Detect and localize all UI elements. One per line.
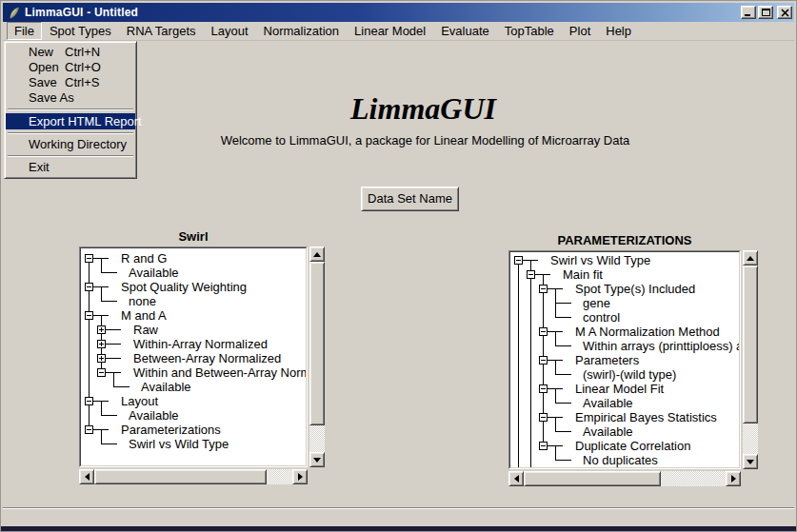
tree-node-label[interactable]: M A Normalization Method xyxy=(575,325,720,339)
tree-row[interactable]: Duplicate Correlation xyxy=(510,439,740,453)
scrollbar-track[interactable] xyxy=(524,471,726,486)
tree-node-label[interactable]: Spot Type(s) Included xyxy=(575,282,695,296)
scrollbar-track[interactable] xyxy=(94,469,292,484)
collapse-box-icon[interactable] xyxy=(85,311,93,320)
tree-node-label[interactable]: (swirl)-(wild type) xyxy=(583,367,676,382)
parameterizations-horizontal-scrollbar[interactable] xyxy=(508,471,741,486)
tree-row[interactable]: Within and Between-Array Norm xyxy=(81,365,307,380)
tree-node-label[interactable]: Between-Array Normalized xyxy=(133,351,281,365)
tree-row[interactable]: none xyxy=(81,294,307,308)
tree-row[interactable]: M A Normalization Method xyxy=(510,325,740,339)
scrollbar-thumb[interactable] xyxy=(524,471,661,486)
tree-row[interactable]: Available xyxy=(510,396,740,410)
collapse-box-icon[interactable] xyxy=(85,283,93,291)
menu-file[interactable]: File xyxy=(7,22,42,40)
tree-row[interactable]: Spot Quality Weighting xyxy=(81,280,307,294)
tree-row[interactable]: (swirl)-(wild type) xyxy=(510,367,740,382)
tree-row[interactable]: M and A xyxy=(81,308,307,323)
swirl-horizontal-scrollbar[interactable] xyxy=(79,469,308,484)
file-menu-item-exit[interactable]: Exit xyxy=(6,160,135,175)
tree-node-label[interactable]: R and G xyxy=(121,251,167,266)
scrollbar-thumb[interactable] xyxy=(309,262,325,425)
expand-box-icon[interactable] xyxy=(97,354,106,363)
tree-row[interactable]: Empirical Bayes Statistics xyxy=(510,410,740,424)
parameterizations-tree[interactable]: Swirl vs Wild TypeMain fitSpot Type(s) I… xyxy=(509,251,740,468)
collapse-box-icon[interactable] xyxy=(85,397,93,405)
menu-help[interactable]: Help xyxy=(598,22,639,40)
tree-node-label[interactable]: Parameters xyxy=(575,353,639,367)
collapse-box-icon[interactable] xyxy=(97,368,106,377)
tree-node-label[interactable]: none xyxy=(129,294,156,308)
menu-evaluate[interactable]: Evaluate xyxy=(433,22,497,40)
close-button[interactable] xyxy=(777,6,792,19)
data-set-name-button[interactable]: Data Set Name xyxy=(361,187,459,211)
tree-row[interactable]: Within-Array Normalized xyxy=(81,337,307,351)
menu-normalization[interactable]: Normalization xyxy=(256,22,347,40)
scrollbar-thumb[interactable] xyxy=(743,266,758,424)
swirl-vertical-scrollbar[interactable] xyxy=(309,246,325,467)
menu-layout[interactable]: Layout xyxy=(204,22,256,40)
swirl-tree[interactable]: R and GAvailableSpot Quality Weightingno… xyxy=(80,247,307,466)
tree-row[interactable]: Swirl vs Wild Type xyxy=(81,437,307,451)
collapse-box-icon[interactable] xyxy=(527,270,535,279)
tree-node-label[interactable]: Available xyxy=(583,396,633,410)
tree-row[interactable]: Available xyxy=(81,380,307,394)
tree-node-label[interactable]: No duplicates xyxy=(583,453,658,467)
tree-row[interactable]: gene xyxy=(510,296,740,310)
scrollbar-track[interactable] xyxy=(743,266,758,454)
scroll-down-button[interactable] xyxy=(309,452,325,467)
maximize-button[interactable] xyxy=(758,6,773,19)
tree-node-label[interactable]: M and A xyxy=(121,308,167,323)
collapse-box-icon[interactable] xyxy=(514,256,523,265)
tree-node-label[interactable]: Available xyxy=(129,266,179,280)
tree-node-label[interactable]: Within arrays (printtiploess) a xyxy=(583,339,740,353)
tree-node-label[interactable]: Swirl vs Wild Type xyxy=(129,437,229,451)
scroll-right-button[interactable] xyxy=(726,471,741,486)
tree-node-label[interactable]: Swirl vs Wild Type xyxy=(550,253,650,267)
scrollbar-track[interactable] xyxy=(309,262,325,452)
file-menu-item-save-as[interactable]: Save As xyxy=(6,90,135,106)
file-menu-item-working-directory[interactable]: Working Directory xyxy=(6,137,135,152)
tree-node-label[interactable]: Layout xyxy=(121,394,158,408)
tree-row[interactable]: Parameterizations xyxy=(81,423,307,437)
tree-node-label[interactable]: Raw xyxy=(133,323,158,337)
tree-node-label[interactable]: Empirical Bayes Statistics xyxy=(575,410,717,424)
tree-row[interactable]: Spot Type(s) Included xyxy=(510,282,740,296)
file-menu-item-open[interactable]: OpenCtrl+O xyxy=(6,60,135,75)
menu-plot[interactable]: Plot xyxy=(562,22,598,40)
collapse-box-icon[interactable] xyxy=(539,285,548,293)
tree-row[interactable]: Layout xyxy=(81,394,307,408)
collapse-box-icon[interactable] xyxy=(539,356,548,365)
tree-node-label[interactable]: Parameterizations xyxy=(121,423,221,437)
scroll-down-button[interactable] xyxy=(743,454,758,469)
file-menu-item-new[interactable]: NewCtrl+N xyxy=(6,45,135,60)
tree-node-label[interactable]: control xyxy=(583,310,620,325)
menu-toptable[interactable]: TopTable xyxy=(497,22,562,40)
menu-spot-types[interactable]: Spot Types xyxy=(42,22,119,40)
menu-linear-model[interactable]: Linear Model xyxy=(347,22,433,40)
collapse-box-icon[interactable] xyxy=(539,442,548,450)
expand-box-icon[interactable] xyxy=(97,325,106,334)
tree-row[interactable]: control xyxy=(510,310,740,325)
tree-row[interactable]: Available xyxy=(510,424,740,439)
tree-node-label[interactable]: gene xyxy=(583,296,610,310)
scroll-right-button[interactable] xyxy=(292,469,308,484)
collapse-box-icon[interactable] xyxy=(85,425,93,434)
tree-row[interactable]: Linear Model Fit xyxy=(510,382,740,396)
tree-row[interactable]: R and G xyxy=(81,251,307,266)
expand-box-icon[interactable] xyxy=(97,340,106,348)
tree-node-label[interactable]: Available xyxy=(129,408,179,423)
tree-node-label[interactable]: Duplicate Correlation xyxy=(575,439,690,453)
file-menu-item-export-html-report[interactable]: Export HTML Report xyxy=(6,113,135,129)
file-menu-item-save[interactable]: SaveCtrl+S xyxy=(6,75,135,90)
tree-row[interactable]: Main fit xyxy=(510,267,740,282)
tree-row[interactable]: No duplicates xyxy=(510,453,740,467)
tree-node-label[interactable]: Within and Between-Array Norm xyxy=(133,365,307,380)
parameterizations-vertical-scrollbar[interactable] xyxy=(743,250,758,469)
collapse-box-icon[interactable] xyxy=(539,327,548,336)
tree-row[interactable]: Swirl vs Wild Type xyxy=(510,253,740,267)
collapse-box-icon[interactable] xyxy=(85,254,93,263)
minimize-button[interactable] xyxy=(741,6,756,19)
scroll-up-button[interactable] xyxy=(309,246,325,262)
tree-row[interactable]: Raw xyxy=(81,323,307,337)
